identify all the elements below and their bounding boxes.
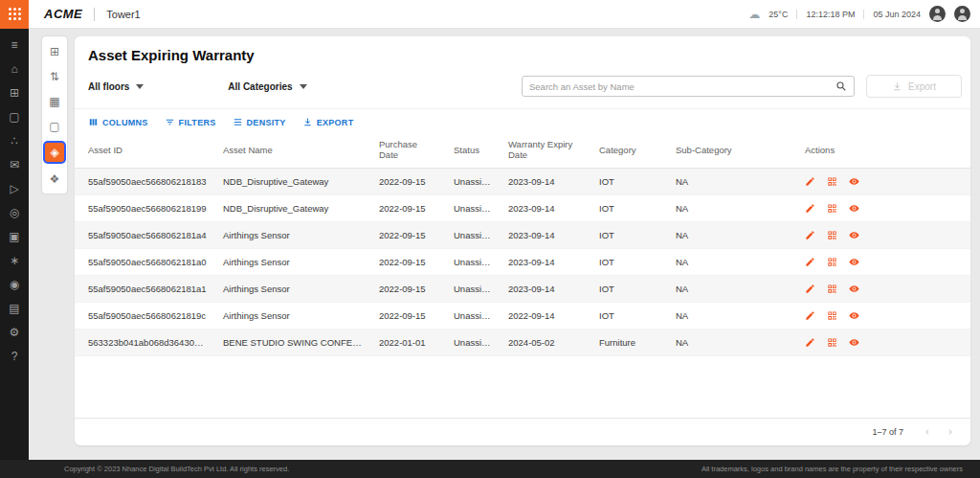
cell-purchase-date: 2022-09-15 xyxy=(371,249,446,276)
qr-code-icon[interactable] xyxy=(827,337,837,348)
search-icon[interactable] xyxy=(835,80,847,92)
column-header[interactable]: Sub-Category xyxy=(668,132,797,169)
warranty-icon[interactable]: ◈ xyxy=(45,143,64,162)
column-header[interactable]: Purchase Date xyxy=(371,132,446,169)
edit-icon[interactable] xyxy=(805,176,815,187)
qr-code-icon[interactable] xyxy=(827,257,837,267)
cell-actions xyxy=(797,195,970,222)
columns-button-label: COLUMNS xyxy=(102,118,148,127)
send-icon[interactable]: ▷ xyxy=(6,182,23,196)
column-header[interactable]: Category xyxy=(591,132,668,169)
cell-category: IOT xyxy=(591,249,668,276)
cell-asset-name: Airthings Sensor xyxy=(215,276,371,303)
view-icon[interactable] xyxy=(849,230,859,240)
cell-asset-id: 55af59050aec5668062181a0 xyxy=(75,249,215,276)
cell-category: IOT xyxy=(591,222,668,249)
table-row[interactable]: 55af59050aec5668062181a4 Airthings Senso… xyxy=(75,222,970,249)
cell-asset-name: NDB_Disruptive_Gateway xyxy=(215,169,371,195)
cell-category: Furniture xyxy=(591,330,668,356)
search-input[interactable] xyxy=(529,81,835,92)
dashboard-icon[interactable]: ⊞ xyxy=(44,41,65,61)
table-row[interactable]: 55af59050aec5668062181a0 Airthings Senso… xyxy=(75,249,970,276)
view-icon[interactable] xyxy=(849,203,859,214)
desktop-icon[interactable]: ▣ xyxy=(6,230,23,244)
table-row[interactable]: 55af59050aec566806218199 NDB_Disruptive_… xyxy=(75,195,970,222)
kiosk-icon[interactable]: ▢ xyxy=(6,110,23,125)
status-divider xyxy=(796,10,797,19)
view-icon[interactable] xyxy=(849,257,859,267)
filters-button[interactable]: FILTERS xyxy=(165,117,216,127)
grid-export-button[interactable]: EXPORT xyxy=(302,117,354,127)
help-icon[interactable]: ? xyxy=(6,350,23,364)
topbar-status-area: ☁ 25°C 12:12:18 PM 05 Jun 2024 xyxy=(748,6,980,22)
floor-select[interactable]: All floors xyxy=(88,81,144,92)
column-header[interactable]: Warranty Expiry Date xyxy=(501,132,591,169)
cell-asset-name: Airthings Sensor xyxy=(215,303,371,330)
footer: Copyright © 2023 Nhance Digital BuildTec… xyxy=(0,460,980,478)
edit-icon[interactable] xyxy=(805,284,815,294)
cell-sub-category: NA xyxy=(668,169,797,195)
chevron-down-icon xyxy=(136,84,144,89)
info-button[interactable] xyxy=(929,6,946,22)
tools-icon[interactable]: ❖ xyxy=(44,169,65,189)
next-page-icon[interactable] xyxy=(942,423,959,441)
accessibility-icon[interactable]: ∗ xyxy=(6,254,23,268)
view-icon[interactable] xyxy=(849,284,859,294)
columns-button[interactable]: COLUMNS xyxy=(88,117,148,127)
column-header[interactable]: Asset Name xyxy=(215,132,371,169)
apps-grid-icon[interactable] xyxy=(0,0,29,29)
edit-icon[interactable] xyxy=(805,203,815,214)
finance-icon[interactable]: ◎ xyxy=(6,206,23,220)
settings-icon[interactable]: ⚙ xyxy=(6,326,23,340)
chat-icon[interactable]: ✉ xyxy=(6,158,23,172)
module-sidebar: ⊞⇅▦▢◈❖ xyxy=(42,36,67,193)
status-divider xyxy=(863,10,864,19)
monitor-icon[interactable]: ▢ xyxy=(44,116,65,136)
chevron-down-icon xyxy=(300,84,307,89)
table-row[interactable]: 55af59050aec5668062181a1 Airthings Senso… xyxy=(75,276,970,303)
profile-avatar[interactable] xyxy=(954,6,970,22)
qr-code-icon[interactable] xyxy=(827,176,837,187)
qr-code-icon[interactable] xyxy=(827,203,837,214)
grid-export-button-label: EXPORT xyxy=(317,118,354,127)
columns-icon xyxy=(88,117,99,127)
edit-icon[interactable] xyxy=(805,257,815,267)
column-header[interactable]: Actions xyxy=(797,132,970,169)
cell-warranty-expiry-date: 2023-09-14 xyxy=(501,222,591,249)
edit-icon[interactable] xyxy=(805,310,815,321)
menu-icon[interactable]: ≡ xyxy=(6,38,23,53)
prev-page-icon[interactable] xyxy=(919,423,936,441)
column-header[interactable]: Asset ID xyxy=(75,132,215,169)
qr-code-icon[interactable] xyxy=(827,230,837,240)
density-button[interactable]: DENSITY xyxy=(233,117,286,127)
cell-actions xyxy=(797,169,970,195)
column-header[interactable]: Status xyxy=(446,132,501,169)
qr-code-icon[interactable] xyxy=(827,284,837,294)
audit-icon[interactable]: ◉ xyxy=(6,278,23,292)
cell-warranty-expiry-date: 2023-09-14 xyxy=(501,195,591,222)
layers-icon[interactable]: ⊞ xyxy=(6,86,23,101)
community-icon[interactable]: ∴ xyxy=(6,134,23,148)
view-icon[interactable] xyxy=(849,337,859,348)
table-row[interactable]: 563323b041ab068d36430c61 BENE STUDIO SWI… xyxy=(75,330,970,356)
qr-code-icon[interactable] xyxy=(827,310,837,321)
table-row[interactable]: 55af59050aec56680621819c Airthings Senso… xyxy=(75,303,970,330)
cell-actions xyxy=(797,303,970,330)
edit-icon[interactable] xyxy=(805,230,815,240)
filter-icon xyxy=(165,117,175,127)
sort-icon[interactable]: ⇅ xyxy=(44,66,65,86)
view-icon[interactable] xyxy=(849,310,859,321)
edit-icon[interactable] xyxy=(805,337,815,348)
cell-category: IOT xyxy=(591,303,668,330)
home-icon[interactable]: ⌂ xyxy=(6,62,23,77)
cell-warranty-expiry-date: 2023-09-14 xyxy=(501,249,591,276)
export-button[interactable]: Export xyxy=(866,75,962,98)
table-row[interactable]: 55af59050aec566806218183 NDB_Disruptive_… xyxy=(75,169,970,195)
category-select[interactable]: All Categories xyxy=(228,81,306,92)
widgets-icon[interactable]: ▦ xyxy=(44,91,65,111)
tasks-icon[interactable]: ▤ xyxy=(6,302,23,316)
view-icon[interactable] xyxy=(849,176,859,187)
filters-button-label: FILTERS xyxy=(179,118,216,127)
date-label: 05 Jun 2024 xyxy=(873,10,921,19)
cell-sub-category: NA xyxy=(668,222,797,249)
